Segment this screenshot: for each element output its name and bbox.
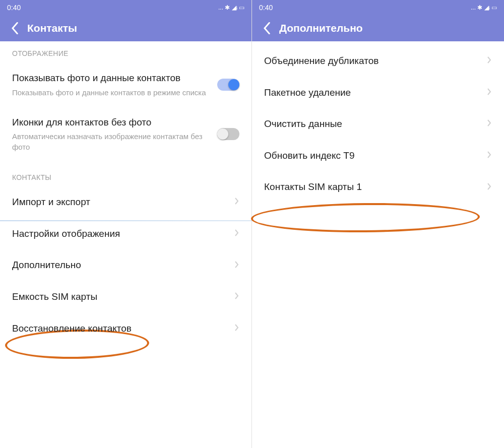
- icons-no-photo-title: Иконки для контактов без фото: [12, 116, 209, 130]
- status-bar: 0:40 ... ✱ ◢ᵢ ▭: [0, 0, 251, 15]
- show-photos-title: Показывать фото и данные контактов: [12, 72, 209, 85]
- clear-data-row[interactable]: Очистить данные: [252, 108, 504, 140]
- chevron-right-icon: [234, 261, 239, 271]
- section-display-label: ОТОБРАЖЕНИЕ: [0, 41, 251, 62]
- back-icon[interactable]: [262, 24, 271, 33]
- merge-duplicates-label: Объединение дубликатов: [264, 54, 479, 68]
- sim1-contacts-row[interactable]: Контакты SIM карты 1: [252, 171, 504, 203]
- show-photos-sub: Показывать фото и данные контактов в реж…: [12, 87, 209, 98]
- page-title: Дополнительно: [279, 22, 363, 34]
- sim1-contacts-label: Контакты SIM карты 1: [264, 180, 479, 194]
- chevron-right-icon: [487, 151, 492, 161]
- chevron-right-icon: [487, 182, 492, 193]
- update-t9-label: Обновить индекс T9: [264, 149, 479, 163]
- chevron-right-icon: [487, 56, 492, 66]
- restore-contacts-label: Восстановление контактов: [12, 322, 226, 336]
- chevron-right-icon: [487, 119, 492, 129]
- status-time: 0:40: [7, 4, 21, 12]
- status-time: 0:40: [259, 4, 273, 12]
- chevron-right-icon: [487, 88, 492, 98]
- back-icon[interactable]: [10, 24, 19, 33]
- import-export-row[interactable]: Импорт и экспорт: [0, 186, 251, 218]
- left-screenshot: 0:40 ... ✱ ◢ᵢ ▭ Контакты ОТОБРАЖЕНИЕ Пок…: [0, 0, 252, 448]
- icons-no-photo-sub: Автоматически назначать изображение конт…: [12, 131, 209, 152]
- status-bar: 0:40 ... ✱ ◢ᵢ ▭: [252, 0, 504, 15]
- additional-label: Дополнительно: [12, 259, 226, 272]
- status-icons: ... ✱ ◢ᵢ ▭: [471, 4, 497, 11]
- page-title: Контакты: [27, 22, 77, 34]
- chevron-right-icon: [234, 229, 239, 239]
- merge-duplicates-row[interactable]: Объединение дубликатов: [252, 41, 504, 77]
- icons-no-photo-row[interactable]: Иконки для контактов без фото Автоматиче…: [0, 107, 251, 162]
- section-contacts-label: КОНТАКТЫ: [0, 161, 251, 186]
- clear-data-label: Очистить данные: [264, 117, 479, 131]
- status-icons: ... ✱ ◢ᵢ ▭: [218, 4, 244, 11]
- right-screenshot: 0:40 ... ✱ ◢ᵢ ▭ Дополнительно Объединени…: [252, 0, 504, 448]
- display-settings-label: Настройки отображения: [12, 227, 226, 241]
- header: Контакты: [0, 15, 251, 41]
- show-photos-row[interactable]: Показывать фото и данные контактов Показ…: [0, 62, 251, 107]
- sim-capacity-row[interactable]: Емкость SIM карты: [0, 281, 251, 313]
- chevron-right-icon: [234, 197, 239, 207]
- icons-no-photo-toggle[interactable]: [217, 128, 239, 140]
- chevron-right-icon: [234, 292, 239, 302]
- sim-capacity-label: Емкость SIM карты: [12, 290, 226, 304]
- import-export-label: Импорт и экспорт: [12, 196, 226, 209]
- chevron-right-icon: [234, 324, 239, 334]
- display-settings-row[interactable]: Настройки отображения: [0, 218, 251, 250]
- update-t9-row[interactable]: Обновить индекс T9: [252, 140, 504, 172]
- restore-contacts-row[interactable]: Восстановление контактов: [0, 313, 251, 345]
- header: Дополнительно: [252, 15, 504, 41]
- show-photos-toggle[interactable]: [217, 79, 239, 91]
- batch-delete-row[interactable]: Пакетное удаление: [252, 77, 504, 109]
- batch-delete-label: Пакетное удаление: [264, 86, 479, 100]
- additional-row[interactable]: Дополнительно: [0, 249, 251, 281]
